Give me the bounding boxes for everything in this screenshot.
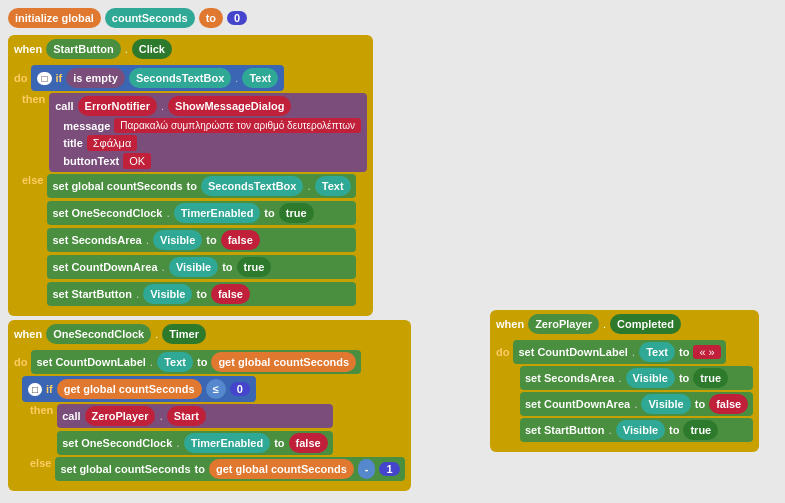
set-cs3: set global countSeconds — [60, 463, 190, 475]
else-label-t: else — [30, 457, 51, 481]
is-empty-label: is empty — [66, 68, 125, 88]
to-label3: to — [206, 234, 216, 246]
when-click-block: when StartButton . Click do □ if is empt… — [8, 35, 373, 316]
get-cs2: get global countSeconds — [57, 379, 202, 399]
message-value: Παρακαλώ συμπληρώστε τον αριθμό δευτερολ… — [114, 118, 361, 133]
to-sa-c: to — [679, 372, 689, 384]
get-cs: get global countSeconds — [211, 352, 356, 372]
true-val2: true — [237, 257, 272, 277]
set-label4: set CountDownArea — [52, 261, 157, 273]
when-label: when — [14, 43, 42, 55]
to-label4: to — [222, 261, 232, 273]
start-label: Start — [167, 406, 206, 426]
visible-prop1: Visible — [153, 230, 202, 250]
timer-event: Timer — [162, 324, 206, 344]
visible-prop2: Visible — [169, 257, 218, 277]
buttontext-label: buttonText — [63, 155, 119, 167]
to-osc2: to — [274, 437, 284, 449]
true-c3: true — [683, 420, 718, 440]
le-label: ≤ — [206, 379, 226, 399]
timer-enabled: TimerEnabled — [174, 203, 261, 223]
set-sb-c: set StartButton — [525, 424, 604, 436]
startbutton-label: StartButton — [46, 39, 121, 59]
then-label-t: then — [30, 404, 53, 455]
when-label-c: when — [496, 318, 524, 330]
to-cdl: to — [197, 356, 207, 368]
get-cs3: get global countSeconds — [209, 459, 354, 479]
init-value: 0 — [227, 11, 247, 25]
false-te: false — [289, 433, 328, 453]
vis-c2: Visible — [641, 394, 690, 414]
buttontext-value: OK — [123, 153, 151, 169]
init-block: initialize global countSeconds to 0 — [8, 8, 247, 28]
zero-val: 0 — [230, 382, 250, 396]
true-val1: true — [279, 203, 314, 223]
empty-str: « » — [693, 345, 720, 359]
set-osc2: set OneSecondClock — [62, 437, 172, 449]
title-value: Σφάλμα — [87, 135, 138, 151]
else-label: else — [22, 174, 43, 306]
set-label2: set OneSecondClock — [52, 207, 162, 219]
visible-prop3: Visible — [143, 284, 192, 304]
to-sb-c: to — [669, 424, 679, 436]
do-label-c: do — [496, 346, 509, 358]
set-label3: set SecondsArea — [52, 234, 141, 246]
text-prop2: Text — [315, 176, 351, 196]
completed-event: Completed — [610, 314, 681, 334]
to-label1: to — [187, 180, 197, 192]
osc-label: OneSecondClock — [46, 324, 151, 344]
set-sa-c: set SecondsArea — [525, 372, 614, 384]
set-cdl-c: set CountDownLabel — [518, 346, 627, 358]
when-timer-block: when OneSecondClock . Timer do set Count… — [8, 320, 411, 491]
te-prop: TimerEnabled — [184, 433, 271, 453]
to-cdl-c: to — [679, 346, 689, 358]
if-checkbox: □ — [37, 72, 51, 85]
do-label: do — [14, 72, 27, 84]
false-c2: false — [709, 394, 748, 414]
seconds-textbox: SecondsTextBox — [129, 68, 231, 88]
call-zp: call — [62, 410, 80, 422]
initialize-label: initialize global — [8, 8, 101, 28]
one-val: 1 — [379, 462, 399, 476]
text-cdl: Text — [157, 352, 193, 372]
to-label2: to — [264, 207, 274, 219]
if-checkbox2: □ — [28, 383, 42, 396]
click-label: Click — [132, 39, 172, 59]
false-val2: false — [211, 284, 250, 304]
var-name: countSeconds — [105, 8, 195, 28]
set-cda-c: set CountDownArea — [525, 398, 630, 410]
if-label: if — [56, 72, 63, 84]
show-dialog-label: ShowMessageDialog — [168, 96, 291, 116]
true-c1: true — [693, 368, 728, 388]
set-cdl: set CountDownLabel — [36, 356, 145, 368]
call-label: call — [55, 100, 73, 112]
to-cs3: to — [195, 463, 205, 475]
stb1: SecondsTextBox — [201, 176, 303, 196]
text-prop-c: Text — [639, 342, 675, 362]
if-label2: if — [46, 383, 53, 395]
to-label: to — [199, 8, 223, 28]
when-completed-block: when ZeroPlayer . Completed do set Count… — [490, 310, 759, 452]
title-label: title — [63, 137, 83, 149]
error-notifier: ErrorNotifier — [78, 96, 157, 116]
to-label5: to — [196, 288, 206, 300]
minus-label: - — [358, 459, 376, 479]
set-label1: set global countSeconds — [52, 180, 182, 192]
text-prop1: Text — [242, 68, 278, 88]
vis-c3: Visible — [616, 420, 665, 440]
to-cda-c: to — [695, 398, 705, 410]
do-label-t: do — [14, 356, 27, 368]
when-label-t: when — [14, 328, 42, 340]
set-label5: set StartButton — [52, 288, 131, 300]
zeroplayer-label: ZeroPlayer — [85, 406, 156, 426]
false-val1: false — [221, 230, 260, 250]
then-label: then — [22, 93, 45, 172]
vis-c1: Visible — [626, 368, 675, 388]
message-label: message — [63, 120, 110, 132]
zp-comp: ZeroPlayer — [528, 314, 599, 334]
